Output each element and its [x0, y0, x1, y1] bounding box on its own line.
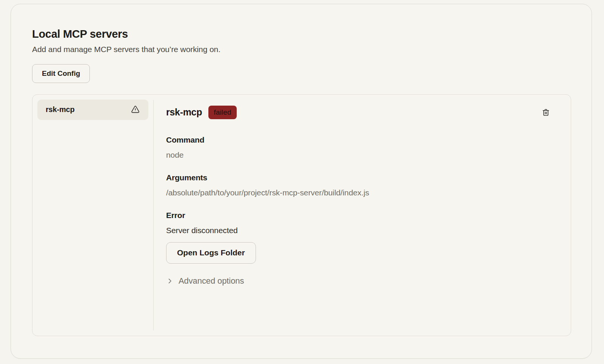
- field-value: node: [166, 151, 550, 160]
- server-list-item-rsk-mcp[interactable]: rsk-mcp: [37, 100, 148, 120]
- advanced-options-toggle[interactable]: Advanced options: [166, 276, 244, 286]
- server-list-item-label: rsk-mcp: [46, 105, 74, 114]
- warning-icon: [131, 105, 140, 114]
- server-detail-header: rsk-mcp failed: [166, 106, 550, 119]
- chevron-right-icon: [166, 277, 174, 285]
- field-label: Command: [166, 135, 550, 144]
- server-list: rsk-mcp: [32, 95, 153, 336]
- advanced-options-label: Advanced options: [179, 276, 244, 286]
- field-value: Server disconnected: [166, 226, 550, 235]
- open-logs-folder-button[interactable]: Open Logs Folder: [166, 242, 256, 264]
- field-label: Error: [166, 211, 550, 220]
- field-arguments: Arguments /absolute/path/to/your/project…: [166, 173, 550, 197]
- field-value: /absolute/path/to/your/project/rsk-mcp-s…: [166, 188, 550, 197]
- page-title: Local MCP servers: [32, 28, 570, 41]
- field-error: Error Server disconnected: [166, 211, 550, 235]
- edit-config-button[interactable]: Edit Config: [32, 64, 90, 83]
- field-command: Command node: [166, 135, 550, 160]
- field-label: Arguments: [166, 173, 550, 182]
- page-subtitle: Add and manage MCP servers that you’re w…: [32, 45, 570, 54]
- mcp-servers-panel: rsk-mcp rsk-mcp failed: [32, 94, 571, 336]
- delete-server-button[interactable]: [541, 108, 550, 117]
- status-badge: failed: [208, 106, 237, 119]
- trash-icon: [541, 108, 550, 117]
- server-detail: rsk-mcp failed Command: [154, 95, 571, 336]
- server-name: rsk-mcp: [166, 107, 202, 118]
- settings-card: Local MCP servers Add and manage MCP ser…: [11, 4, 592, 359]
